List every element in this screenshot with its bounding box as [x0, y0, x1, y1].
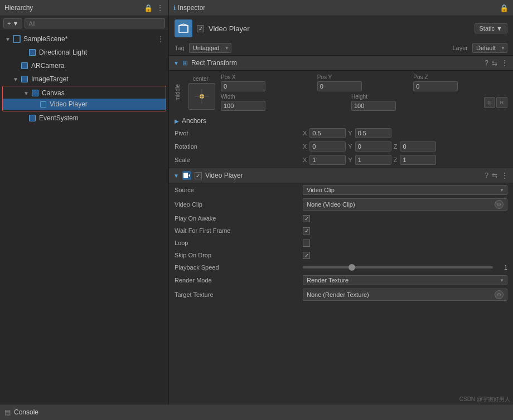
- rect-help-icon[interactable]: ?: [485, 59, 488, 67]
- scale-x-input[interactable]: [309, 155, 346, 165]
- hierarchy-lock-icon[interactable]: 🔒: [144, 4, 153, 12]
- playback-speed-slider-wrapper: 1: [303, 264, 507, 271]
- pos-y-input[interactable]: [317, 81, 362, 91]
- anchors-arrow: ▶: [175, 118, 179, 124]
- layer-dropdown-wrapper: Default: [472, 43, 507, 53]
- video-player-section-header[interactable]: ▼ Video Player ? ⇆ ⋮: [169, 168, 513, 183]
- add-hierarchy-button[interactable]: + ▼: [3, 18, 22, 28]
- video-clip-picker-button[interactable]: ⊙: [495, 200, 504, 209]
- rotation-z-label: Z: [394, 143, 398, 150]
- wait-for-first-frame-value: [303, 227, 507, 235]
- playback-speed-label: Playback Speed: [175, 264, 303, 271]
- layer-label: Layer: [452, 45, 468, 51]
- target-texture-picker-button[interactable]: ⊙: [495, 290, 504, 299]
- vp-icon: [182, 171, 191, 180]
- scale-z-label: Z: [394, 157, 398, 163]
- anchors-title: Anchors: [182, 117, 206, 125]
- height-input[interactable]: [351, 101, 396, 111]
- loop-row: Loop: [169, 237, 513, 249]
- component-top-row: Video Player Static ▼: [169, 16, 513, 41]
- tag-layer-row: Tag Untagged Layer Default: [169, 41, 513, 55]
- rotation-x-input[interactable]: [309, 141, 346, 152]
- vp-enable-checkbox[interactable]: [195, 172, 202, 179]
- console-bar: ▤ Console: [0, 404, 513, 420]
- tree-item-event-system[interactable]: ▶ EventSystem: [0, 111, 168, 125]
- tag-dropdown[interactable]: Untagged: [189, 43, 231, 53]
- play-on-awake-value: [303, 215, 507, 222]
- rotation-z-input[interactable]: [400, 141, 436, 152]
- rect-corner-btn-r[interactable]: R: [496, 97, 507, 108]
- scale-y-input[interactable]: [355, 155, 391, 165]
- anchor-widget[interactable]: [188, 83, 215, 110]
- watermark: CSDN @宇宙好男人: [459, 395, 510, 403]
- inspector-lock-icon[interactable]: 🔒: [500, 4, 509, 12]
- scene-icon: [12, 35, 21, 43]
- rect-corner-btn-1[interactable]: ⊡: [484, 97, 495, 108]
- hierarchy-search-input[interactable]: [25, 18, 165, 28]
- pivot-y-input[interactable]: [355, 128, 391, 138]
- hierarchy-more-icon[interactable]: ⋮: [156, 3, 164, 12]
- render-mode-dropdown[interactable]: Render Texture: [303, 275, 507, 285]
- tree-label-canvas: Canvas: [42, 89, 65, 97]
- scale-z-input[interactable]: [400, 155, 436, 165]
- hierarchy-title-row: Hierarchy: [4, 4, 33, 12]
- console-icon: ▤: [4, 408, 11, 416]
- tree-item-sample-scene[interactable]: ▼ SampleScene* ⋮: [0, 32, 168, 46]
- source-label: Source: [175, 187, 303, 193]
- console-title: Console: [14, 408, 38, 416]
- anchors-header[interactable]: ▶ Anchors: [169, 115, 513, 126]
- play-on-awake-checkbox[interactable]: [303, 215, 310, 222]
- component-name-label: Video Player: [209, 25, 470, 33]
- rect-transform-layout: middle center Pos X: [169, 71, 513, 114]
- pos-z-label: Pos Z: [413, 74, 428, 80]
- pivot-y-label: Y: [348, 130, 352, 136]
- source-dropdown[interactable]: Video Clip: [303, 185, 507, 195]
- scale-label: Scale: [175, 157, 303, 163]
- video-clip-value: None (Video Clip): [307, 201, 355, 208]
- target-texture-ref: None (Render Texture) ⊙: [303, 289, 507, 301]
- skip-on-drop-checkbox[interactable]: [303, 252, 310, 259]
- tree-item-canvas[interactable]: ▼ Canvas ▶ Video Player: [2, 86, 166, 111]
- svg-rect-7: [183, 173, 188, 178]
- vp-section-tools: ? ⇆ ⋮: [485, 171, 509, 180]
- video-player-icon: [38, 100, 47, 109]
- tree-item-arcamera[interactable]: ▶ ARCamera: [0, 59, 168, 72]
- width-input[interactable]: [221, 101, 265, 111]
- pos-z-input[interactable]: [413, 81, 458, 91]
- wait-for-first-frame-checkbox[interactable]: [303, 227, 310, 235]
- rect-transform-header[interactable]: ▼ ⊞ Rect Transform ? ⇆ ⋮: [169, 55, 513, 71]
- tag-dropdown-wrapper: Untagged: [189, 43, 231, 53]
- pivot-x-input[interactable]: [309, 128, 346, 138]
- vp-help-icon[interactable]: ?: [485, 172, 488, 179]
- canvas-icon: [31, 89, 40, 97]
- component-enable-checkbox[interactable]: [197, 25, 204, 32]
- rect-settings-icon[interactable]: ⇆: [492, 59, 497, 67]
- playback-speed-row: Playback Speed 1: [169, 261, 513, 274]
- tree-item-image-target[interactable]: ▼ ImageTarget: [0, 72, 168, 86]
- vp-settings-icon[interactable]: ⇆: [492, 172, 497, 179]
- tree-item-row-video-player[interactable]: ▶ Video Player: [3, 99, 166, 110]
- playback-speed-slider[interactable]: [303, 266, 493, 268]
- render-mode-label: Render Mode: [175, 277, 303, 284]
- pos-x-input[interactable]: [221, 81, 265, 91]
- width-label: Width: [221, 94, 235, 100]
- vp-more-icon[interactable]: ⋮: [501, 171, 509, 180]
- scene-more-icon[interactable]: ⋮: [157, 35, 164, 43]
- rect-more-icon[interactable]: ⋮: [501, 58, 509, 67]
- loop-checkbox[interactable]: [303, 240, 310, 247]
- tree-item-directional-light[interactable]: ▶ Directional Light: [0, 46, 168, 59]
- hierarchy-header: Hierarchy 🔒 ⋮: [0, 0, 168, 16]
- arrow-canvas: ▼: [23, 90, 30, 96]
- inspector-content: Video Player Static ▼ Tag Untagged Layer…: [169, 16, 513, 404]
- layer-dropdown[interactable]: Default: [472, 43, 507, 53]
- pivot-x-label: X: [303, 130, 307, 136]
- arrow-image-target: ▼: [12, 76, 19, 82]
- scale-value: X Y Z: [303, 155, 507, 165]
- center-label: center: [193, 76, 209, 82]
- loop-label: Loop: [175, 240, 303, 246]
- rect-fields-group: Pos X Pos Y Pos Z: [221, 74, 507, 111]
- pivot-row: Pivot X Y: [169, 126, 513, 140]
- rotation-y-input[interactable]: [355, 141, 391, 152]
- svg-rect-1: [179, 26, 188, 32]
- static-button[interactable]: Static ▼: [475, 23, 507, 33]
